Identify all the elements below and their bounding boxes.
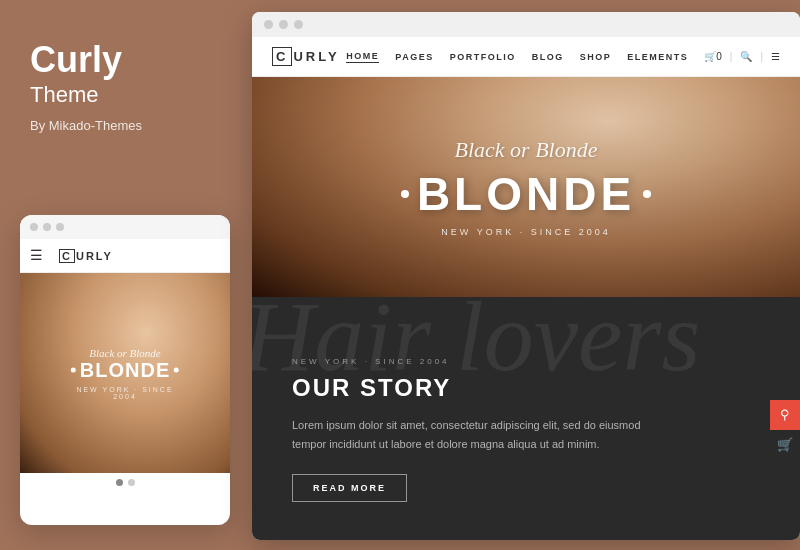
mobile-logo-c: C xyxy=(59,249,75,263)
mobile-dot-left xyxy=(71,368,76,373)
read-more-button[interactable]: READ MORE xyxy=(292,474,407,502)
mobile-hero: Black or Blonde BLONDE NEW YORK · SINCE … xyxy=(20,273,230,473)
mobile-script-text: Black or Blonde xyxy=(71,347,179,359)
desktop-topbar xyxy=(252,12,800,37)
mobile-dot-1 xyxy=(30,223,38,231)
desktop-navbar: CURLY HOME PAGES PORTFOLIO BLOG SHOP ELE… xyxy=(252,37,800,77)
mobile-dot-3 xyxy=(56,223,64,231)
mobile-since-text: NEW YORK · SINCE 2004 xyxy=(71,386,179,400)
left-panel: Curly Theme By Mikado-Themes ☰ CURLY Bla… xyxy=(0,0,248,550)
mobile-pagination xyxy=(20,473,230,492)
desktop-story-section: Hair lovers NEW YORK · SINCE 2004 OUR ST… xyxy=(252,297,800,540)
hero-dot-left xyxy=(401,190,409,198)
brand-name: Curly Theme xyxy=(30,40,218,108)
nav-item-shop[interactable]: SHOP xyxy=(580,52,612,62)
mobile-topbar xyxy=(20,215,230,239)
nav-item-elements[interactable]: ELEMENTS xyxy=(627,52,688,62)
nav-item-portfolio[interactable]: PORTFOLIO xyxy=(450,52,516,62)
hero-since-text: NEW YORK · SINCE 2004 xyxy=(252,227,800,237)
mobile-mockup: ☰ CURLY Black or Blonde BLONDE NEW YORK … xyxy=(20,215,230,525)
mobile-logo-text: URLY xyxy=(76,250,113,262)
mobile-hero-text: Black or Blonde BLONDE NEW YORK · SINCE … xyxy=(71,347,179,400)
hero-dot-right xyxy=(643,190,651,198)
desktop-mockup: CURLY HOME PAGES PORTFOLIO BLOG SHOP ELE… xyxy=(252,12,800,540)
story-since: NEW YORK · SINCE 2004 xyxy=(292,357,760,366)
mobile-logo: CURLY xyxy=(59,249,113,263)
mobile-dot-right xyxy=(174,368,179,373)
menu-icon[interactable]: ☰ xyxy=(771,51,780,62)
story-title: OUR STORY xyxy=(292,374,760,402)
brand-by: By Mikado-Themes xyxy=(30,118,218,133)
cart-icon[interactable]: 🛒0 xyxy=(704,51,722,62)
hero-blonde-row: BLONDE xyxy=(252,167,800,221)
desktop-hero-content: Black or Blonde BLONDE NEW YORK · SINCE … xyxy=(252,137,800,237)
mobile-blonde-text: BLONDE xyxy=(80,359,170,382)
mobile-blonde-row: BLONDE xyxy=(71,359,179,382)
desktop-logo: CURLY xyxy=(272,47,340,66)
mobile-page-dot-1 xyxy=(116,479,123,486)
mobile-page-dot-2 xyxy=(128,479,135,486)
logo-c-box: C xyxy=(272,47,292,66)
hero-script-text: Black or Blonde xyxy=(252,137,800,163)
desktop-dot-1 xyxy=(264,20,273,29)
mobile-dot-2 xyxy=(43,223,51,231)
desktop-dot-2 xyxy=(279,20,288,29)
desktop-hero: Black or Blonde BLONDE NEW YORK · SINCE … xyxy=(252,77,800,297)
nav-item-pages[interactable]: PAGES xyxy=(395,52,433,62)
desktop-dot-3 xyxy=(294,20,303,29)
desktop-nav-icons: 🛒0 | 🔍 | ☰ xyxy=(704,51,780,62)
nav-item-home[interactable]: HOME xyxy=(346,51,379,63)
story-content: NEW YORK · SINCE 2004 OUR STORY Lorem ip… xyxy=(252,297,800,540)
nav-item-blog[interactable]: BLOG xyxy=(532,52,564,62)
hero-blonde-text: BLONDE xyxy=(417,167,635,221)
hamburger-icon[interactable]: ☰ xyxy=(30,247,43,264)
story-body: Lorem ipsum dolor sit amet, consectetur … xyxy=(292,416,652,453)
desktop-nav-links: HOME PAGES PORTFOLIO BLOG SHOP ELEMENTS xyxy=(346,51,688,63)
search-icon[interactable]: 🔍 xyxy=(740,51,752,62)
mobile-navbar: ☰ CURLY xyxy=(20,239,230,273)
